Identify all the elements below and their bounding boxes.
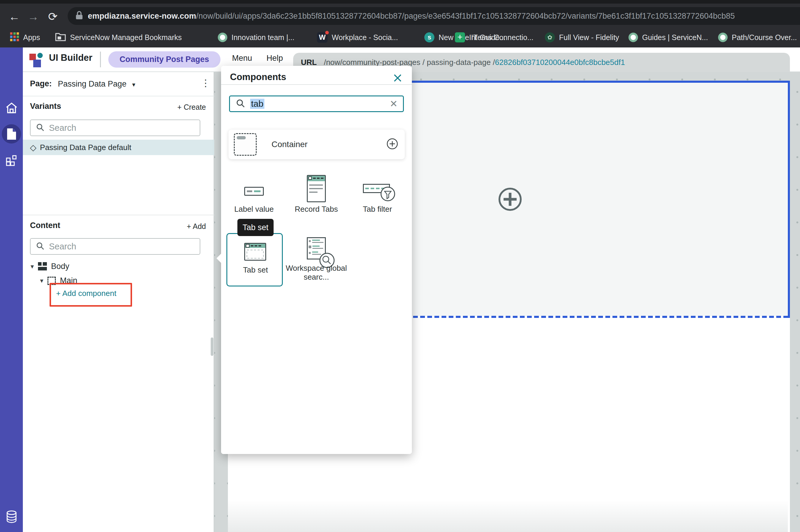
- window-top-strip: [0, 0, 800, 3]
- page-label: Page:: [30, 79, 52, 88]
- bookmark-label: Workplace - Socia...: [332, 33, 398, 42]
- lock-icon: [75, 11, 83, 21]
- component-item-container[interactable]: Container: [228, 130, 405, 159]
- variants-search[interactable]: [30, 119, 200, 136]
- content-title: Content: [30, 221, 60, 230]
- canvas-right-gutter: [790, 72, 800, 532]
- variant-diamond-icon: ◇: [30, 142, 37, 152]
- pages-icon[interactable]: [2, 124, 21, 144]
- component-label: Tab set: [227, 265, 284, 274]
- variant-item-label: Passing Data Page default: [40, 143, 131, 152]
- tree-add-component-button[interactable]: + Add component: [56, 289, 116, 298]
- chevron-down-icon: ▼: [131, 82, 136, 88]
- browser-chrome: ← → ⟳ empdiazna.service-now.com/now/buil…: [0, 0, 800, 48]
- close-icon[interactable]: [393, 73, 405, 85]
- bookmark-apps[interactable]: Apps: [10, 30, 40, 44]
- search-icon: [236, 99, 245, 109]
- panel-divider: [23, 96, 214, 96]
- scope-pill-label: Community Post Pages: [119, 55, 209, 64]
- search-icon: [36, 242, 44, 251]
- component-item-tab-set-selected[interactable]: Tab set: [226, 233, 283, 286]
- bookmark-label: Full View - Fidelity: [559, 33, 619, 42]
- help-button[interactable]: Help: [266, 54, 283, 63]
- component-label[interactable]: Record Tabs: [287, 205, 346, 214]
- components-search-input[interactable]: tab ✕: [229, 95, 404, 112]
- label-value-component-icon[interactable]: [244, 187, 264, 197]
- caret-down-icon[interactable]: ▾: [40, 277, 43, 285]
- tree-node-label: Body: [51, 262, 70, 271]
- tree-icon: ✿: [545, 32, 555, 42]
- reload-button[interactable]: ⟳: [45, 9, 60, 24]
- bookmark-label: Guides | ServiceN...: [642, 33, 708, 42]
- header-divider: [100, 52, 101, 67]
- tree-node-body[interactable]: ▾ Body: [31, 262, 70, 271]
- component-label[interactable]: Label value: [224, 205, 284, 214]
- variants-title: Variants: [30, 102, 61, 111]
- component-label: Container: [272, 140, 308, 149]
- url-path: /now/build/ui/apps/3da6c23e1bb5f81051328…: [196, 12, 735, 20]
- search-icon: [36, 123, 44, 133]
- address-bar[interactable]: empdiazna.service-now.com/now/build/ui/a…: [68, 7, 800, 25]
- bookmark-innovation-team[interactable]: Innovation team |...: [218, 30, 294, 44]
- content-search[interactable]: [30, 238, 200, 255]
- bookmark-fidelity[interactable]: ✿ Full View - Fidelity: [545, 30, 619, 44]
- popup-divider: [221, 84, 412, 85]
- ring-icon: [718, 33, 728, 42]
- data-icon[interactable]: [2, 507, 21, 526]
- folder-icon: [55, 32, 66, 42]
- variant-item-selected[interactable]: ◇ Passing Data Page default: [23, 140, 214, 155]
- panel-divider: [23, 215, 214, 215]
- bookmark-servicenow-managed[interactable]: ServiceNow Managed Bookmarks: [55, 30, 182, 44]
- components-popup: Components tab ✕ Container Label value R…: [221, 66, 412, 454]
- page-menu-kebab-icon[interactable]: ⋮: [201, 77, 210, 89]
- popup-title: Components: [230, 72, 286, 82]
- bookmark-label: Path/Course Over...: [732, 33, 797, 42]
- clear-search-icon[interactable]: ✕: [390, 98, 398, 110]
- add-plus-icon[interactable]: [386, 138, 398, 151]
- content-add-button[interactable]: + Add: [187, 222, 206, 231]
- workplace-icon: W: [317, 32, 328, 43]
- bookmark-interns[interactable]: Interns Connectio...: [455, 30, 534, 44]
- app-title: UI Builder: [49, 53, 92, 63]
- url-domain: empdiazna.service-now.com: [88, 12, 196, 20]
- components-icon[interactable]: [2, 151, 21, 170]
- tab-set-component-icon: [244, 243, 266, 262]
- variants-search-input[interactable]: [49, 123, 185, 133]
- menu-button[interactable]: Menu: [232, 54, 252, 63]
- component-label[interactable]: Tab filter: [348, 205, 407, 214]
- caret-down-icon[interactable]: ▾: [31, 263, 34, 270]
- bookmark-label: Interns Connectio...: [469, 33, 534, 42]
- canvas-add-component-button[interactable]: [498, 187, 522, 211]
- bookmark-workplace[interactable]: W Workplace - Socia...: [317, 30, 398, 44]
- record-tabs-component-icon[interactable]: [307, 175, 326, 204]
- panel-scrollbar-thumb[interactable]: [211, 338, 213, 356]
- home-icon[interactable]: [2, 98, 21, 117]
- page-name: Passing Data Page: [58, 79, 126, 88]
- breadcrumb-sys-id-link[interactable]: 62826bf03710200044e0bfc8bcbe5df1: [495, 58, 625, 67]
- forward-button[interactable]: →: [25, 9, 41, 24]
- sharepoint-icon: s: [424, 32, 434, 42]
- page-panel: Page: Passing Data Page ▼ ⋮ Variants + C…: [23, 72, 214, 532]
- variants-create-button[interactable]: + Create: [177, 103, 206, 112]
- left-nav-rail: [0, 48, 23, 532]
- ring-icon: [218, 33, 227, 42]
- selection-border-right: [788, 83, 790, 318]
- apps-grid-icon: [10, 32, 19, 42]
- container-component-icon: [234, 133, 257, 156]
- bookmark-label: Innovation team |...: [231, 33, 294, 42]
- bookmark-guides[interactable]: Guides | ServiceN...: [629, 30, 708, 44]
- scope-pill[interactable]: Community Post Pages: [108, 51, 221, 68]
- tab-filter-component-icon[interactable]: [363, 184, 395, 205]
- plus-tile-icon: [455, 32, 465, 42]
- back-button[interactable]: ←: [6, 9, 22, 24]
- ui-builder-logo-icon: [30, 52, 44, 68]
- bookmark-label: Apps: [23, 33, 40, 42]
- bookmark-path-course[interactable]: Path/Course Over...: [718, 30, 797, 44]
- body-grid-icon: [38, 262, 47, 271]
- ui-builder-app: ← → ⟳ empdiazna.service-now.com/now/buil…: [0, 0, 800, 532]
- page-selector[interactable]: Passing Data Page ▼: [58, 79, 136, 89]
- content-search-input[interactable]: [49, 242, 185, 251]
- search-query-text: tab: [250, 99, 264, 109]
- component-label[interactable]: Workspace global searc...: [284, 264, 349, 282]
- ring-icon: [629, 33, 638, 42]
